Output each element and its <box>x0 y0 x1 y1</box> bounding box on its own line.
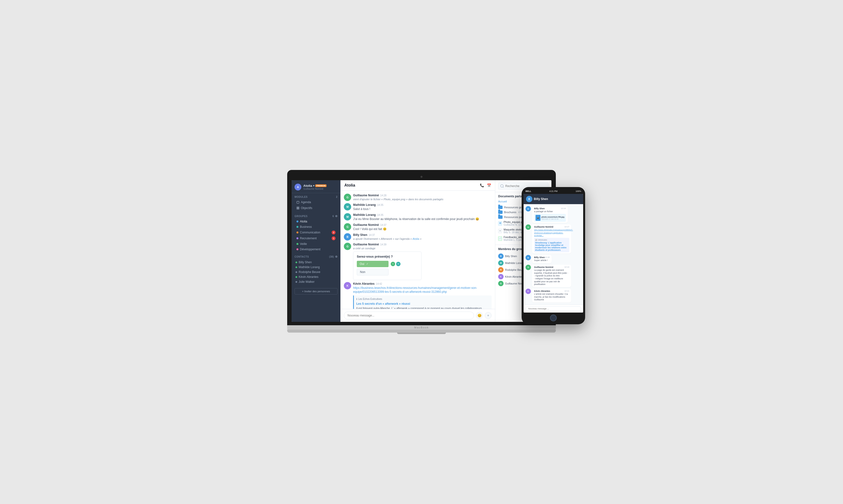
phone-header: B Billy Shen <box>524 194 583 204</box>
phone-carrier: BELL <box>525 190 532 193</box>
phone-avatar: B <box>525 206 531 212</box>
phone-battery: 100% <box>576 190 581 193</box>
message-input[interactable] <box>344 311 474 319</box>
folder-icon <box>498 211 503 214</box>
phone-input-area <box>524 305 583 312</box>
phone-home-button[interactable] <box>550 314 557 321</box>
avatar: M <box>344 203 351 211</box>
phone-icon[interactable]: 📞 <box>480 183 484 187</box>
contact-julie-walker[interactable]: Julie Walker <box>294 280 338 284</box>
avatar: G <box>344 223 351 231</box>
sidebar-item-communication[interactable]: Communication 2 <box>294 230 338 235</box>
table-row: K Kévin Abrantes 14:42 https://business.… <box>344 282 491 309</box>
avatar: K <box>344 282 351 289</box>
contact-billy-shen[interactable]: Billy Shen <box>294 260 338 265</box>
phone-avatar: G <box>525 265 531 270</box>
sidebar-item-veille[interactable]: Veille <box>294 241 338 247</box>
folder-icon <box>498 205 503 209</box>
phone-file-bubble: 📷 photo-couverture-FB.jpg mercredi 17 ma… <box>534 214 566 222</box>
phone-screen: B Billy Shen B Billy Shen 12:14 <box>524 194 583 312</box>
sidebar-item-agenda[interactable]: Agenda <box>294 199 338 205</box>
table-row: M Mathilde Lorang 14:35 Salut à tous ! <box>344 203 491 211</box>
laptop-brand: MacBook <box>414 326 429 329</box>
phone-message-input[interactable] <box>525 306 581 311</box>
phone-chat-avatar: B <box>526 196 532 202</box>
contact-mathilde-lorang[interactable]: Mathilde Lorang <box>294 265 338 270</box>
phone-bubble: Billy Shen 12:18 Super article ! <box>532 255 552 263</box>
poll-option-non[interactable]: Non <box>357 269 418 275</box>
chat-input-area: 😊 ＋ <box>340 309 495 322</box>
list-item: G Guillaume Nominé 12:14 La page de gard… <box>525 265 581 287</box>
attach-button[interactable]: ＋ <box>485 312 491 319</box>
member-avatar: B <box>498 253 504 259</box>
sidebar: A Atolia ▾ PREMIUM Guillaume Nominé <box>291 180 340 322</box>
member-avatar: M <box>498 260 504 266</box>
add-contact-icon[interactable]: ⊕ <box>335 255 338 258</box>
avatar: M <box>344 213 351 220</box>
phone-status-bar: BELL 4:21 PM 100% <box>524 190 583 194</box>
sidebar-item-business[interactable]: Business <box>294 224 338 230</box>
chat-header: Atolia 📞 📅 <box>340 180 495 191</box>
user-name-sub: Guillaume Nominé <box>303 187 338 190</box>
member-avatar: G <box>498 281 504 286</box>
sidebar-item-recrutement[interactable]: Recrutement 1 <box>294 235 338 241</box>
list-item: B Billy Shen 12:18 Super article ! <box>525 255 581 263</box>
link-preview[interactable]: ℹ Les Echos Exécutives Les 5 secrets d'u… <box>353 295 491 309</box>
folder-icon <box>498 215 503 219</box>
dropdown-icon: ▾ <box>313 184 314 187</box>
calendar-icon <box>297 201 299 204</box>
chat-title: Atolia <box>344 183 355 187</box>
laptop-base <box>287 330 556 332</box>
member-avatar: K <box>498 274 504 280</box>
grid-icon <box>297 206 299 210</box>
chat-panel: Atolia 📞 📅 G Guillaume Nominé <box>340 180 495 322</box>
phone-file-icon: 📷 <box>536 215 540 221</box>
svg-rect-6 <box>298 208 299 209</box>
table-row: G Guillaume Nominé 14:39 a créé un sonda… <box>344 243 491 280</box>
list-item: G Guillaume Nominé 12:17 http://www.20mi… <box>525 224 581 253</box>
table-row: G Guillaume Nominé 14:28 vient d'ajouter… <box>344 194 491 201</box>
emoji-button[interactable]: 😊 <box>476 312 483 319</box>
poll-option-oui[interactable]: Oui ✓ G M <box>357 261 418 267</box>
add-group-icon[interactable]: ⊕ <box>335 214 338 218</box>
laptop-screen: A Atolia ▾ PREMIUM Guillaume Nominé <box>291 180 552 322</box>
sidebar-item-objectives[interactable]: Objectifs <box>294 205 338 211</box>
text-file-icon: 📄 <box>498 236 502 241</box>
invite-people-button[interactable]: + Inviter des personnes <box>294 288 338 294</box>
svg-rect-5 <box>297 208 298 209</box>
svg-rect-3 <box>297 207 298 208</box>
workspace-name: Atolia <box>303 184 312 187</box>
phone-avatar: K <box>525 289 531 294</box>
phone-bubble: Kévin Abrantes 12:11 L'article est vraim… <box>532 289 571 303</box>
camera <box>420 176 423 178</box>
calendar-icon[interactable]: 📅 <box>487 183 491 187</box>
groups-section-title: Groupes 6 ⊕ <box>294 214 338 218</box>
phone-device: BELL 4:21 PM 100% B Billy Shen B <box>522 187 585 324</box>
svg-rect-0 <box>297 201 299 203</box>
modules-section-title: Modules 2 <box>294 196 338 198</box>
sidebar-item-developpement[interactable]: Développement <box>294 247 338 252</box>
sidebar-header[interactable]: A Atolia ▾ PREMIUM Guillaume Nominé <box>291 180 340 193</box>
list-item: K Kévin Abrantes 12:11 L'article est vra… <box>525 289 581 303</box>
contact-rodolphe-beuve[interactable]: Rodolphe Beuve <box>294 270 338 274</box>
contact-kevin-abrantes[interactable]: Kévin Abrantes <box>294 274 338 280</box>
user-avatar: A <box>294 184 301 191</box>
image-file-icon: 🖼 <box>498 221 502 226</box>
phone-chat-name: Billy Shen <box>534 197 548 201</box>
laptop-foot <box>287 332 556 334</box>
avatar: G <box>344 194 351 201</box>
vote-avatar: G <box>391 262 395 266</box>
chat-messages: G Guillaume Nominé 14:28 vient d'ajouter… <box>340 191 495 309</box>
phone-bubble: Guillaume Nominé 12:14 La page de garde … <box>532 265 571 287</box>
sidebar-item-atolia[interactable]: Atolia <box>294 219 338 224</box>
avatar: G <box>344 243 351 250</box>
table-row: G Guillaume Nominé 14:37 Cool ! Voilà qu… <box>344 223 491 231</box>
phone-avatar: B <box>525 255 531 260</box>
phone-time: 4:21 PM <box>549 190 557 193</box>
phone-avatar: G <box>525 224 531 230</box>
member-avatar: R <box>498 267 504 272</box>
table-row: M Mathilde Lorang 14:35 J'ai eu Mme Bouv… <box>344 213 491 221</box>
table-row: B Billy Shen 14:37 a ajouté l'événement … <box>344 233 491 241</box>
contacts-section-title: Contacts (38) ⊕ <box>294 255 338 258</box>
phone-bubble: Guillaume Nominé 12:17 http://www.20minu… <box>532 224 571 253</box>
